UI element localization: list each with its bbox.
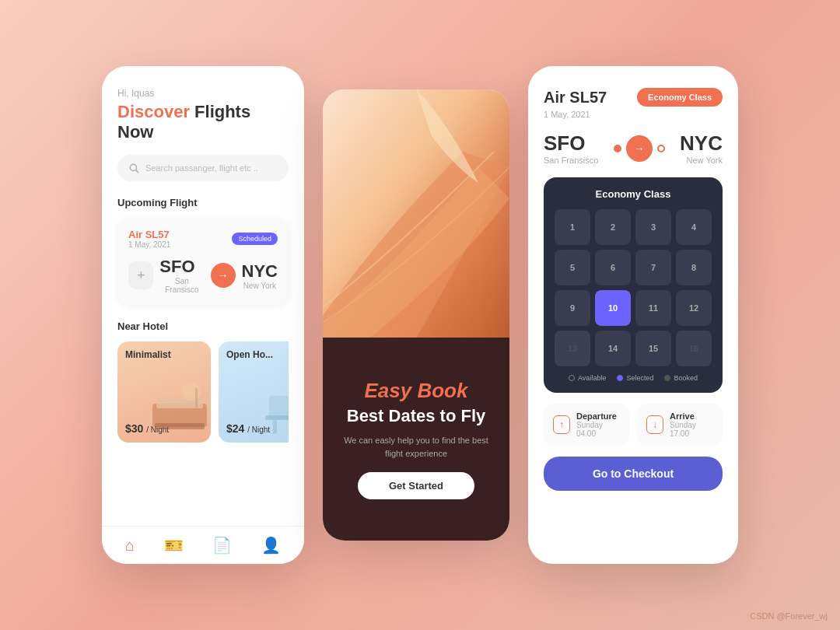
upcoming-label: Upcoming Flight [117,197,289,208]
seat-7[interactable]: 7 [635,250,671,285]
phone-1: Hi, Iquas Discover Flights Now Search pa… [102,66,304,564]
seat-6[interactable]: 6 [595,250,631,285]
best-dates-title: Best Dates to Fly [347,406,486,426]
seat-3[interactable]: 3 [635,209,671,245]
bottom-nav: ⌂ 🎫 📄 👤 [102,526,304,564]
seat-section-title: Economy Class [555,188,712,200]
search-placeholder: Search passanger, flight etc .. [145,163,258,173]
hotel-grid: Minimalist $30 / Night Open Ho... $24 / … [117,341,289,443]
to-code: NYC [242,261,278,282]
svg-line-1 [136,170,138,173]
svg-rect-8 [265,415,289,420]
flight-card[interactable]: Air SL57 1 May, 2021 Scheduled + SFO San… [117,218,289,305]
hotel-name-1: Minimalist [125,349,171,360]
seat-14[interactable]: 14 [595,331,631,366]
seat-9[interactable]: 9 [555,290,590,326]
seat-5[interactable]: 5 [555,250,590,285]
to-city-p3: New York [687,156,723,165]
seat-1[interactable]: 1 [555,209,590,245]
seat-13[interactable]: 13 [555,331,590,366]
add-flight-button[interactable]: + [128,261,153,289]
seat-8[interactable]: 8 [676,250,712,285]
easy-book-title: Easy Book [365,379,468,403]
route-arrow-area: → [614,135,665,162]
nav-profile-icon[interactable]: 👤 [261,536,281,555]
legend-available: Available [569,374,606,382]
legend-dot-selected [617,375,623,381]
departure-time: Sunday 04.00 [576,421,620,438]
seat-12[interactable]: 12 [676,290,712,326]
legend-booked: Booked [664,374,698,382]
seat-panel: Economy Class 12345678910111213141516 Av… [544,177,723,393]
from-city: San Fransisco [159,277,204,294]
watermark: CSDN @Forever_wj [750,611,828,621]
hotel-image-2 [257,380,289,443]
airline-date: 1 May, 2021 [544,110,723,119]
seat-16[interactable]: 16 [676,331,712,366]
flight-number: Air SL57 [128,229,170,240]
route-row: SFO San Fransisco → NYC New York [544,131,723,165]
nav-docs-icon[interactable]: 📄 [212,536,232,555]
flight-date: 1 May, 2021 [128,240,170,249]
page-title: Discover Flights Now [117,102,289,142]
nav-home-icon[interactable]: ⌂ [125,537,135,555]
hotel-image-1 [149,380,211,443]
flight-status-badge: Scheduled [232,233,278,245]
from-city-p3: San Fransisco [544,156,598,165]
greeting: Hi, Iquas [117,88,289,99]
seat-11[interactable]: 11 [635,290,671,326]
phone-3: Air SL57 Economy Class 1 May, 2021 SFO S… [528,66,738,564]
dep-arr-row: ↑ Departure Sunday 04.00 ↓ Arrive Sunday… [544,404,723,446]
swap-route-button[interactable]: → [626,135,653,162]
svg-rect-6 [195,388,198,408]
to-col: NYC New York [680,131,723,165]
checkout-button[interactable]: Go to Checkout [544,457,723,491]
departure-label: Departure [576,411,620,421]
search-icon [128,163,139,173]
plane-wing-svg [323,89,509,338]
svg-rect-9 [273,420,277,434]
airline-name: Air SL57 [544,89,607,107]
legend-dot-available [569,375,575,381]
phone-2: Easy Book Best Dates to Fly We can easly… [323,89,509,541]
wing-image [323,89,509,338]
from-radio [614,145,621,152]
route-arrow-icon: → [211,263,236,288]
get-started-button[interactable]: Get Started [358,472,474,499]
to-code-p3: NYC [680,131,723,156]
arrive-card: ↓ Arrive Sunday 17.00 [637,404,723,446]
nav-tickets-icon[interactable]: 🎫 [164,536,184,555]
departure-card: ↑ Departure Sunday 04.00 [544,404,629,446]
legend-dot-booked [664,375,670,381]
seat-legend: Available Selected Booked [555,374,712,382]
phone-2-background: Easy Book Best Dates to Fly We can easly… [323,89,509,541]
svg-rect-4 [155,423,205,429]
hotel-name-2: Open Ho... [226,349,273,360]
from-code-p3: SFO [544,131,598,156]
easy-book-description: We can easly help you to find the best f… [338,434,494,460]
economy-class-badge[interactable]: Economy Class [637,88,723,107]
to-radio [657,145,665,152]
to-city: New York [242,282,278,290]
phone-2-content: Easy Book Best Dates to Fly We can easly… [323,338,509,541]
seat-10[interactable]: 10 [595,290,631,326]
seat-4[interactable]: 4 [676,209,712,245]
arrive-label: Arrive [670,411,713,421]
departure-icon: ↑ [553,415,570,434]
arrive-icon: ↓ [646,415,663,434]
near-hotel-label: Near Hotel [117,320,289,332]
hotel-card-2[interactable]: Open Ho... $24 / Night [219,341,289,443]
from-col: SFO San Fransisco [544,131,598,165]
title-highlight: Discover [117,102,190,121]
hotel-card-1[interactable]: Minimalist $30 / Night [117,341,211,443]
svg-point-5 [182,383,201,401]
legend-selected: Selected [617,374,653,382]
from-code: SFO [159,257,204,277]
seat-2[interactable]: 2 [595,209,631,245]
arrive-time: Sunday 17.00 [670,421,713,438]
seat-15[interactable]: 15 [635,331,671,366]
search-bar[interactable]: Search passanger, flight etc .. [117,155,289,181]
airline-header: Air SL57 Economy Class [544,88,723,107]
seat-grid: 12345678910111213141516 [555,209,712,366]
